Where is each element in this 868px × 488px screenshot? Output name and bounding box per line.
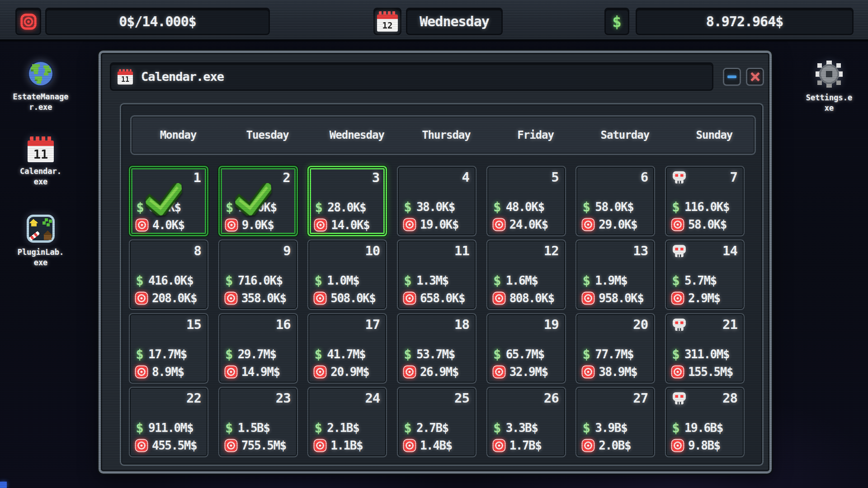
day-cell-28[interactable]: 28 $ 19.6B$ 9.8B$ bbox=[665, 387, 745, 457]
rent-row: 658.0K$ bbox=[403, 291, 465, 306]
income-row: $ 28.0K$ bbox=[314, 200, 366, 215]
income-value: 29.7M$ bbox=[238, 347, 276, 361]
income-value: 2.7B$ bbox=[416, 421, 448, 435]
rent-value: 1.4B$ bbox=[420, 439, 452, 452]
day-cell-21[interactable]: 21 $ 311.0M$ 155.5M$ bbox=[665, 313, 745, 384]
rent-target-icon bbox=[581, 439, 595, 452]
rent-row: 14.9M$ bbox=[224, 364, 280, 380]
day-number: 20 bbox=[633, 317, 648, 332]
rent-value: 19.0K$ bbox=[420, 218, 458, 231]
day-cell-4[interactable]: 4 $ 38.0K$ 19.0K$ bbox=[397, 166, 476, 236]
rent-value: 29.0K$ bbox=[599, 218, 637, 231]
dollar-icon: $ bbox=[403, 347, 413, 362]
rent-value: 155.5M$ bbox=[688, 365, 733, 379]
income-value: 1.9M$ bbox=[595, 274, 627, 287]
day-cell-22[interactable]: 22 $ 911.0M$ 455.5M$ bbox=[129, 387, 208, 457]
income-value: 53.7M$ bbox=[416, 347, 455, 361]
rent-row: 19.0K$ bbox=[403, 217, 458, 232]
rent-value: 755.5M$ bbox=[241, 439, 286, 452]
close-button[interactable] bbox=[746, 68, 764, 86]
dollar-icon: $ bbox=[581, 347, 591, 362]
day-cell-5[interactable]: 5 $ 48.0K$ 24.0K$ bbox=[486, 166, 566, 236]
desktop-icon-settings[interactable]: Settings.exe bbox=[792, 60, 866, 113]
taskbar-peek bbox=[0, 482, 7, 488]
dollar-icon: $ bbox=[612, 13, 621, 31]
day-cell-16[interactable]: 16 $ 29.7M$ 14.9M$ bbox=[218, 313, 298, 384]
dollar-icon: $ bbox=[135, 347, 145, 362]
rent-value: 455.5M$ bbox=[152, 439, 197, 452]
day-cell-19[interactable]: 19 $ 65.7M$ 32.9M$ bbox=[486, 313, 566, 384]
day-number: 18 bbox=[454, 317, 469, 332]
income-row: $ 53.7M$ bbox=[403, 347, 455, 362]
income-row: $ 41.7M$ bbox=[313, 347, 365, 362]
day-cell-10[interactable]: 10 $ 1.0M$ 508.0K$ bbox=[307, 239, 387, 310]
day-cell-9[interactable]: 9 $ 716.0K$ 358.0K$ bbox=[218, 239, 298, 310]
dollar-icon: $ bbox=[671, 273, 681, 288]
day-cell-6[interactable]: 6 $ 58.0K$ 29.0K$ bbox=[576, 166, 655, 236]
day-cell-14[interactable]: 14 $ 5.7M$ 2.9M$ bbox=[665, 239, 745, 310]
desktop-icon-pluginlab[interactable]: PluginLab.exe bbox=[4, 214, 78, 268]
income-row: $ 65.7M$ bbox=[492, 347, 544, 362]
calendar-day-number: 11 bbox=[28, 146, 54, 162]
income-row: $ 1.9M$ bbox=[581, 273, 627, 288]
day-cell-27[interactable]: 27 $ 3.9B$ 2.0B$ bbox=[576, 387, 655, 457]
income-row: $ 2.7B$ bbox=[403, 420, 448, 436]
rent-target-icon bbox=[224, 291, 238, 305]
rent-value: 58.0K$ bbox=[688, 218, 726, 231]
day-number: 23 bbox=[276, 390, 291, 406]
day-number: 10 bbox=[365, 243, 380, 258]
rent-target-icon bbox=[314, 218, 327, 232]
income-row: $ 1.3M$ bbox=[403, 273, 448, 288]
dollar-icon: $ bbox=[313, 420, 323, 436]
income-value: 38.0K$ bbox=[416, 200, 455, 214]
minimize-button[interactable] bbox=[723, 68, 741, 86]
day-cell-7[interactable]: 7 $ 116.0K$ 58.0K$ bbox=[665, 166, 745, 236]
day-number: 8 bbox=[194, 243, 201, 258]
day-cell-26[interactable]: 26 $ 3.3B$ 1.7B$ bbox=[486, 387, 566, 457]
day-cell-11[interactable]: 11 $ 1.3M$ 658.0K$ bbox=[397, 239, 476, 310]
day-cell-23[interactable]: 23 $ 1.5B$ 755.5M$ bbox=[218, 387, 298, 457]
day-cell-18[interactable]: 18 $ 53.7M$ 26.9M$ bbox=[397, 313, 476, 384]
day-number: 5 bbox=[551, 169, 558, 185]
desktop-icon-calendar[interactable]: 11 Calendar.exe bbox=[4, 136, 78, 187]
dollar-icon: $ bbox=[581, 199, 591, 215]
day-number: 28 bbox=[722, 390, 737, 406]
day-number: 27 bbox=[633, 390, 648, 406]
day-cell-12[interactable]: 12 $ 1.6M$ 808.0K$ bbox=[486, 239, 566, 310]
day-number: 21 bbox=[722, 317, 737, 332]
plugin-grid-icon bbox=[26, 214, 55, 243]
day-cell-25[interactable]: 25 $ 2.7B$ 1.4B$ bbox=[397, 387, 476, 457]
window-title-icon: 11 bbox=[118, 69, 133, 84]
dollar-icon: $ bbox=[492, 420, 502, 436]
rent-row: 14.0K$ bbox=[314, 217, 369, 233]
income-value: 911.0M$ bbox=[148, 421, 193, 435]
window-titlebar[interactable]: 11 Calendar.exe bbox=[110, 62, 713, 91]
calendar-panel: MondayTuesdayWednesdayThursdayFridaySatu… bbox=[120, 103, 764, 466]
income-value: 416.0K$ bbox=[148, 274, 193, 287]
day-number: 1 bbox=[193, 170, 201, 185]
income-row: $ 58.0K$ bbox=[581, 199, 633, 215]
day-cell-24[interactable]: 24 $ 2.1B$ 1.1B$ bbox=[307, 387, 387, 457]
day-cell-13[interactable]: 13 $ 1.9M$ 958.0K$ bbox=[576, 239, 655, 310]
income-value: 1.5B$ bbox=[238, 421, 270, 435]
balance-display: 8.972.964$ bbox=[636, 8, 854, 35]
weekday-display: Wednesday bbox=[406, 8, 503, 35]
weekday-label: Saturday bbox=[585, 129, 665, 141]
rent-target-icon bbox=[492, 218, 506, 231]
rent-target-icon bbox=[671, 365, 684, 379]
rent-row: 208.0K$ bbox=[135, 291, 197, 306]
day-cell-3[interactable]: 3 $ 28.0K$ 14.0K$ bbox=[307, 166, 387, 236]
day-cell-8[interactable]: 8 $ 416.0K$ 208.0K$ bbox=[129, 239, 208, 310]
rent-row: 2.9M$ bbox=[671, 291, 720, 306]
dollar-icon: $ bbox=[492, 273, 502, 288]
day-cell-15[interactable]: 15 $ 17.7M$ 8.9M$ bbox=[129, 313, 208, 384]
day-cell-20[interactable]: 20 $ 77.7M$ 38.9M$ bbox=[576, 313, 655, 384]
day-cell-17[interactable]: 17 $ 41.7M$ 20.9M$ bbox=[307, 313, 387, 384]
dollar-icon: $ bbox=[671, 347, 681, 362]
day-cell-1[interactable]: 1 $ 8.0K$ 4.0K$ bbox=[129, 166, 208, 236]
rent-target-icon bbox=[671, 218, 684, 231]
day-cell-2[interactable]: 2 $ 18.0K$ 9.0K$ bbox=[218, 166, 298, 236]
money-hud-box: $ bbox=[604, 8, 629, 35]
income-value: 77.7M$ bbox=[595, 347, 633, 361]
desktop-icon-estatemanager[interactable]: EstateManager.exe bbox=[4, 60, 78, 113]
